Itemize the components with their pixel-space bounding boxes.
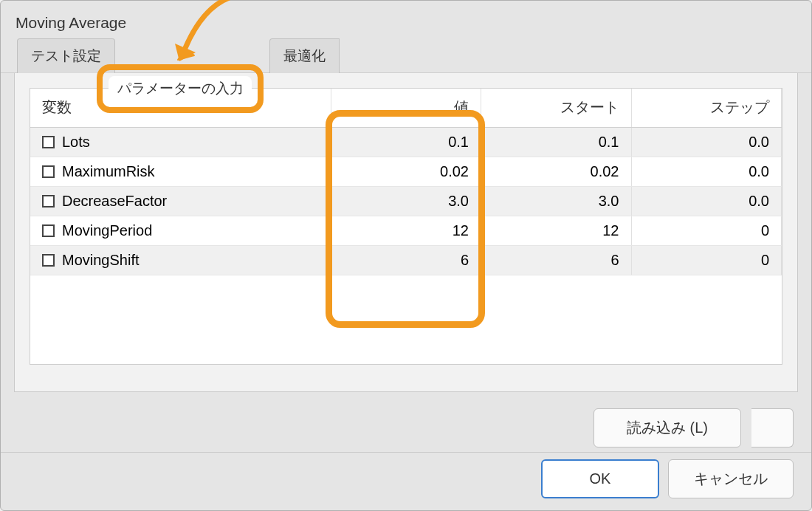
param-name: MovingShift: [62, 252, 140, 269]
tab-test-settings[interactable]: テスト設定: [17, 38, 115, 73]
param-value[interactable]: 3.0: [331, 187, 481, 216]
table-row[interactable]: MovingPeriod 12 12 0: [30, 216, 782, 246]
param-name: DecreaseFactor: [62, 193, 167, 210]
param-step[interactable]: 0.0: [631, 127, 782, 157]
param-step[interactable]: 0: [631, 246, 782, 275]
col-header-variable[interactable]: 変数: [30, 89, 331, 127]
col-header-value[interactable]: 値: [331, 89, 481, 127]
checkbox-icon[interactable]: [42, 195, 55, 208]
param-step[interactable]: 0.0: [631, 187, 782, 216]
button-row-load: 読み込み (L): [593, 408, 794, 447]
table-row[interactable]: DecreaseFactor 3.0 3.0 0.0: [30, 187, 782, 216]
param-step[interactable]: 0.0: [631, 157, 782, 187]
col-header-start[interactable]: スタート: [481, 89, 632, 127]
button-row-okcancel: OK キャンセル: [541, 459, 794, 498]
cancel-button[interactable]: キャンセル: [668, 459, 794, 498]
table-row[interactable]: MaximumRisk 0.02 0.02 0.0: [30, 157, 782, 187]
table-row[interactable]: MovingShift 6 6 0: [30, 246, 782, 275]
param-start[interactable]: 3.0: [481, 187, 632, 216]
content-area: 変数 値 スタート ステップ Lots 0.1 0.1 0.0: [14, 73, 798, 392]
param-value[interactable]: 0.02: [331, 157, 481, 187]
checkbox-icon[interactable]: [42, 224, 55, 237]
checkbox-icon[interactable]: [42, 254, 55, 267]
col-header-step[interactable]: ステップ: [631, 89, 782, 127]
tab-strip: テスト設定 パラメーターの入力 最適化: [1, 39, 811, 73]
param-start[interactable]: 0.1: [481, 127, 632, 157]
param-start[interactable]: 6: [481, 246, 632, 275]
tab-optimization[interactable]: 最適化: [269, 38, 340, 73]
param-name: Lots: [62, 134, 90, 151]
param-value[interactable]: 0.1: [331, 127, 481, 157]
dialog-window: Moving Average テスト設定 パラメーターの入力 最適化 変数 値 …: [0, 0, 812, 511]
param-value[interactable]: 6: [331, 246, 481, 275]
checkbox-icon[interactable]: [42, 136, 55, 148]
param-name: MaximumRisk: [62, 163, 155, 180]
partial-button[interactable]: [751, 408, 794, 447]
param-start[interactable]: 12: [481, 216, 632, 246]
ok-button[interactable]: OK: [541, 459, 659, 498]
table-row[interactable]: Lots 0.1 0.1 0.0: [30, 127, 782, 157]
parameter-table-wrap: 変数 値 スタート ステップ Lots 0.1 0.1 0.0: [30, 88, 782, 365]
window-title: Moving Average: [1, 1, 811, 39]
parameter-table: 変数 値 スタート ステップ Lots 0.1 0.1 0.0: [30, 89, 782, 275]
divider: [1, 452, 811, 453]
load-button[interactable]: 読み込み (L): [593, 408, 741, 447]
checkbox-icon[interactable]: [42, 165, 55, 178]
param-step[interactable]: 0: [631, 216, 782, 246]
param-start[interactable]: 0.02: [481, 157, 632, 187]
param-value[interactable]: 12: [331, 216, 481, 246]
param-name: MovingPeriod: [62, 222, 152, 239]
